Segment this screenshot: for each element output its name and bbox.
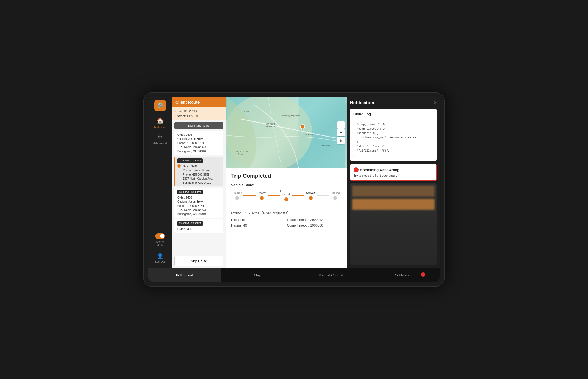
custom-3: Custom: Jason Brown	[177, 200, 221, 204]
client-route-panel: Client Route Route ID: 20224 Start at: 1…	[172, 97, 226, 268]
tab-map-label: Map	[254, 273, 261, 277]
notification-badge	[421, 272, 425, 277]
route-orders: Merchant Route Order: 9406 Custom: Jason…	[172, 120, 226, 254]
tab-manual-control-label: Manual Control	[318, 273, 343, 277]
notification-arrow[interactable]: >	[434, 100, 437, 105]
sidebar-logo: 🛸	[154, 100, 166, 111]
order-card-3: 03:00PM - 03:30PM Order: 9406 Custom: Ja…	[174, 188, 223, 218]
svg-text:Rancho Corral: Rancho Corral	[236, 150, 248, 152]
time-badge-3: 03:00PM - 03:30PM	[177, 190, 203, 195]
error-icon: !	[354, 167, 359, 172]
state-ready-label: Ready	[258, 191, 266, 194]
sidebar-item-logout[interactable]: 👤 Log Out	[148, 251, 172, 265]
client-route-title: Client Route	[175, 100, 222, 104]
custom-1: Custom: Jason Brown	[177, 137, 221, 141]
state-line-4	[317, 195, 329, 196]
cloud-log-title: Cloud Log	[353, 112, 433, 116]
state-arrived-label: Arrived	[306, 191, 315, 194]
custom-2: Custom: Jason Brown	[183, 168, 213, 172]
merchant-route-button[interactable]: Merchant Route	[174, 122, 223, 129]
sidebar: 🛸 🏠 Dashboard ⚙ Advanced DemoMode	[148, 97, 172, 268]
phone-3: Phone: 415-000-3759	[177, 204, 221, 208]
vehicle-state-label: Vehicle State:	[231, 183, 341, 187]
logout-label: Log Out	[155, 260, 165, 263]
tab-fulfilment[interactable]: Fulfilment	[148, 268, 221, 282]
details-grid: Distance: 148 Route Timeout: 2999942 Rad…	[231, 218, 341, 227]
state-ready: Ready	[256, 191, 268, 200]
map-area: ia Mar Rancho Corral de Tierra San Pedro…	[226, 97, 347, 168]
tab-manual-control[interactable]: Manual Control	[294, 268, 367, 282]
comp-timeout-label: Comp Timeout: 1000000	[287, 224, 341, 227]
cloud-log-card: Cloud Log { "comp_timeout": 0, "comp_tim…	[350, 109, 437, 161]
state-dot-transit	[284, 197, 288, 201]
notification-title: Notification	[350, 100, 374, 105]
demo-mode-label: DemoMode	[156, 240, 164, 247]
notification-panel: Notification > Cloud Log { "comp_timeout…	[347, 97, 440, 268]
route-info: Route ID: 20224 Start at: 1:05 PM	[172, 107, 226, 120]
map-background: ia Mar Rancho Corral de Tierra San Pedro…	[226, 97, 347, 168]
svg-text:de Tierra: de Tierra	[236, 153, 243, 155]
state-dot-fulfilled	[333, 196, 337, 200]
state-line-1	[243, 195, 256, 196]
order-card-2: 11:00AM - 11:30AM Order: 9406 Custom: Ja…	[174, 157, 223, 186]
logo-icon: 🛸	[157, 102, 164, 109]
route-details-section: Route ID: 20224 [6744 requests] Distance…	[231, 207, 341, 227]
map-compass-button[interactable]: ⊕	[337, 137, 345, 144]
svg-point-10	[301, 125, 305, 129]
blurred-row-2	[352, 199, 435, 210]
cloud-log-content: { "comp_timeout": 0, "comp_timeout": 0, …	[353, 118, 433, 158]
demo-mode-toggle[interactable]	[155, 233, 165, 239]
bottom-tabs: Fulfilment Map Manual Control Notificati…	[148, 268, 440, 282]
state-fulfilled: Fulfilled	[329, 191, 341, 200]
order-card-1: Order: 9406 Custom: Jason Brown Phone: 4…	[174, 131, 223, 155]
map-zoom-out-button[interactable]: −	[337, 129, 345, 136]
state-in-transit-label: In Trannsit	[280, 190, 292, 196]
order-dot-2	[177, 164, 181, 168]
trip-title: Trip Completed	[231, 173, 341, 179]
requests-text: [6744 requests]	[262, 211, 289, 215]
tab-map[interactable]: Map	[221, 268, 294, 282]
skip-route-button[interactable]: Skip Route	[174, 256, 223, 266]
start-at: Start at: 1:05 PM	[175, 114, 222, 119]
radius-label: Radius: 40	[231, 224, 285, 227]
time-badge-4: 05:00PM - 03:30PM	[177, 221, 203, 226]
sidebar-item-dashboard[interactable]: 🏠 Dashboard	[148, 115, 172, 131]
tab-notification[interactable]: Notification	[367, 268, 440, 282]
svg-text:San Carlos: San Carlos	[321, 145, 330, 147]
time-badge-2: 11:00AM - 11:30AM	[177, 158, 203, 163]
svg-text:ia Mar: ia Mar	[244, 111, 249, 112]
state-fulfilled-label: Fulfilled	[331, 191, 340, 194]
address-3: 1327 North Carolan Ave,Burlingame, CA, 9…	[177, 208, 221, 216]
svg-text:San Pedro: San Pedro	[266, 123, 275, 125]
notification-header: Notification >	[350, 100, 437, 105]
error-header: ! Something went wrong	[354, 167, 433, 172]
state-dot-ready	[260, 196, 264, 200]
trip-info: Trip Completed Vehicle State: Cleared Re…	[226, 168, 347, 268]
order-card-4: 05:00PM - 03:30PM Order: 9406	[174, 219, 223, 233]
sidebar-item-advanced[interactable]: ⚙ Advanced	[148, 131, 172, 147]
device-screen: 🛸 🏠 Dashboard ⚙ Advanced DemoMode	[148, 97, 440, 282]
route-id-text: Route ID: 20224	[231, 211, 259, 215]
error-card: ! Something went wrong Try to close the …	[350, 164, 437, 181]
phone-1: Phone: 415-000-3759	[177, 141, 221, 145]
order-num-2: Order: 9406	[183, 164, 213, 168]
sidebar-item-dashboard-label: Dashboard	[153, 126, 167, 129]
main-content: ia Mar Rancho Corral de Tierra San Pedro…	[226, 97, 347, 268]
toggle-knob	[160, 234, 164, 238]
map-controls: + − ⊕	[337, 121, 345, 144]
error-title: Something went wrong	[360, 168, 399, 172]
address-1: 1327 North Carolan Ave,Burlingame, CA, 9…	[177, 145, 221, 153]
distance-label: Distance: 148	[231, 218, 285, 222]
phone-2: Phone: 415-000-3759	[183, 172, 213, 177]
svg-text:Sweeney Ridge Trail: Sweeney Ridge Trail	[282, 115, 300, 117]
route-id-line: Route ID: 20224 [6744 requests]	[231, 211, 341, 215]
address-2: 1327 North Carolan Ave,Burlingame, CA, 9…	[183, 177, 213, 185]
tab-notification-label: Notification	[395, 273, 412, 277]
map-zoom-in-button[interactable]: +	[337, 121, 345, 129]
error-message: Try to close the front door again.	[354, 174, 433, 177]
blurred-row-1	[352, 186, 435, 197]
order-num-1: Order: 9406	[177, 133, 221, 137]
blurred-content-area	[350, 183, 437, 265]
logout-icon: 👤	[157, 253, 163, 259]
order-num-3: Order: 9406	[177, 196, 221, 200]
